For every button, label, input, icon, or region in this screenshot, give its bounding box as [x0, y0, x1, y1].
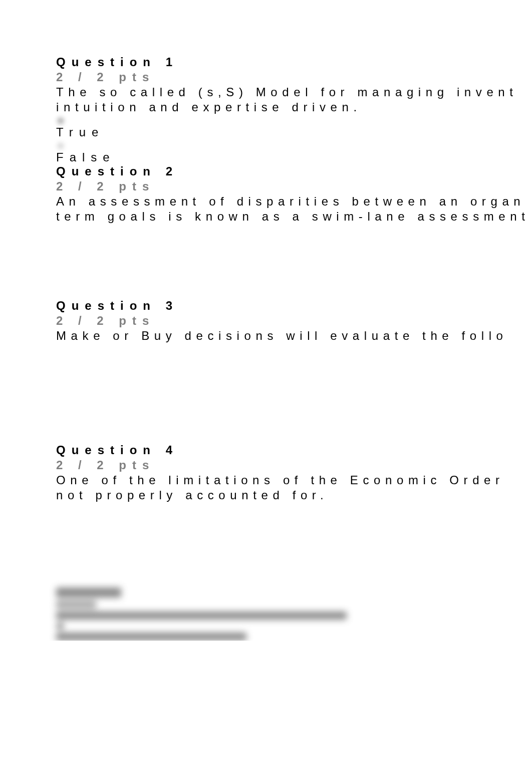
question-title: Question 4 — [56, 443, 532, 457]
question-text-line: not properly accounted for. — [56, 488, 532, 502]
quiz-page: Question 1 2 / 2 pts The so called (s,S)… — [0, 0, 532, 641]
question-points: 2 / 2 pts — [56, 179, 532, 193]
question-points: 2 / 2 pts — [56, 458, 532, 472]
question-block-2: Question 2 2 / 2 pts An assessment of di… — [56, 164, 532, 224]
question-text-line: An assessment of disparities between an … — [56, 194, 532, 209]
question-text-line: Make or Buy decisions will evaluate the … — [56, 329, 532, 343]
question-text-line: One of the limitations of the Economic O… — [56, 473, 532, 487]
question-text-line: term goals is known as a swim-lane asses… — [56, 210, 532, 224]
spacer — [56, 224, 532, 299]
question-points: 2 / 2 pts — [56, 70, 532, 84]
question-text-line: The so called (s,S) Model for managing i… — [56, 85, 532, 99]
blurred-points — [56, 601, 96, 609]
question-title: Question 3 — [56, 299, 532, 313]
blurred-radio-icon — [56, 623, 64, 630]
blurred-preview — [56, 588, 532, 641]
blurred-text-line — [56, 612, 347, 620]
question-points: 2 / 2 pts — [56, 314, 532, 328]
question-text-line: intuition and expertise driven. — [56, 100, 532, 114]
radio-indicator-icon — [57, 117, 64, 124]
spacer — [56, 343, 532, 443]
question-block-1: Question 1 2 / 2 pts The so called (s,S)… — [56, 55, 532, 164]
answer-choice-true: True — [56, 125, 532, 139]
question-title: Question 2 — [56, 164, 532, 178]
answer-choice-false: False — [56, 150, 532, 164]
blurred-text-line — [56, 633, 246, 641]
blurred-question-title — [56, 588, 121, 598]
question-block-4: Question 4 2 / 2 pts One of the limitati… — [56, 443, 532, 502]
question-title: Question 1 — [56, 55, 532, 69]
question-block-3: Question 3 2 / 2 pts Make or Buy decisio… — [56, 299, 532, 343]
radio-indicator-icon — [57, 142, 64, 149]
